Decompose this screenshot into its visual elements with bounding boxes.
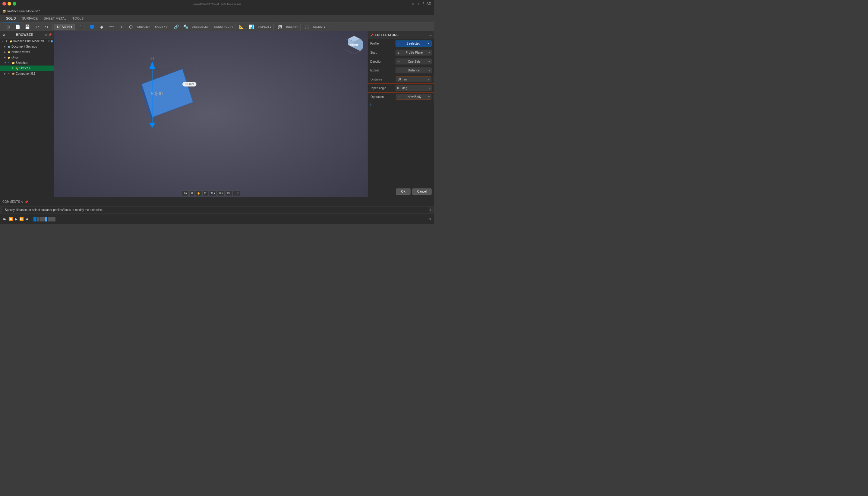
file-button[interactable]: 📄 [13,24,22,30]
create-revolve-icon[interactable]: 🔵 [88,24,97,30]
tab-surface[interactable]: SURFACE [19,15,41,22]
undo-button[interactable]: ↩ [33,24,42,30]
tree-item-doc-settings[interactable]: ▶ ⚙️ Document Settings [0,44,54,49]
create-more-icon[interactable]: ⬡ [126,24,135,30]
create-fx-icon[interactable]: fx [117,24,126,30]
tree-toggle-root[interactable]: ▼ [1,40,4,43]
cancel-button[interactable]: Cancel [412,189,431,195]
tree-item-origin[interactable]: ▶ 📁 Origin [0,55,54,60]
distance-value[interactable]: 50 mm ▾ [396,77,431,82]
profile-selected-badge: 1 selected [407,42,420,46]
copy-tool-button[interactable]: ⧉ [189,190,195,196]
viewport[interactable]: FRONT 50 mm 50|00 ⊕▾ ⧉ ✋ [54,31,368,197]
close-window-icon[interactable]: ✕ [412,2,414,6]
zoom-button[interactable]: 🔍▾ [209,190,217,196]
timeline-marker-7 [53,217,56,221]
minimize-button[interactable] [7,2,11,6]
tree-item-named-views[interactable]: ▶ 📁 Named Views [0,49,54,55]
design-dropdown-button[interactable]: DESIGN ▾ [55,24,75,30]
snap-tool-button[interactable]: ⊕▾ [182,190,189,196]
settings-status-icon[interactable]: ⚙ [430,209,432,211]
tree-item-sketches[interactable]: ▼ 👁 📁 Sketches [0,60,54,66]
tree-item-root[interactable]: ▼ ▼ 📁 In-Place Print Model v1 👁 ⬤ [0,38,54,44]
svg-marker-10 [149,123,155,128]
browser-pin-icon[interactable]: 📌 [48,33,51,36]
save-button[interactable]: 💾 [23,24,32,30]
tab-solid[interactable]: SOLID [3,15,19,22]
modify-dropdown[interactable]: MODIFY ▾ [154,25,169,30]
eye-icon-sketch7[interactable]: 👁 [11,66,14,70]
user-icon: AE [427,2,431,6]
dimension-50mm-label: 50 mm [182,82,197,87]
operation-value[interactable]: ⬛ New Body ▾ [396,94,431,100]
grid-button[interactable]: ⊞▾ [225,190,232,196]
panel-pin-icon[interactable]: 📌 [370,33,374,37]
zoom-fit-button[interactable]: ⊡ [203,190,208,196]
timeline-marker-3 [42,217,45,221]
browser-settings-icon[interactable]: ⚙ [45,33,47,36]
panel-expand-icon[interactable]: ⇥ [429,33,432,37]
view-cube[interactable]: FRONT [344,34,365,56]
create-sweep-icon[interactable]: 〰 [107,24,116,30]
play-button[interactable]: ▶ [15,217,17,221]
add-window-icon[interactable]: ＋ [417,1,420,6]
insert-icon1[interactable]: 🖼 [276,24,285,30]
extent-value[interactable]: ↕ Distance ▾ [396,67,432,73]
construct-dropdown[interactable]: CONSTRUCT ▾ [213,25,234,30]
insert-dropdown[interactable]: INSERT ▾ [285,25,299,30]
pan-tool-button[interactable]: ✋ [195,190,202,196]
distance-label: Distance [370,77,395,81]
direction-value[interactable]: ⊣ One Side ▾ [396,59,432,64]
playback-settings-icon[interactable]: ⚙ [428,217,431,221]
tree-item-component[interactable]: ▶ 👁 📦 Component5:1 [0,71,54,77]
eye-icon-comp[interactable]: 👁 [7,72,11,76]
inspect-icon2[interactable]: 📊 [247,24,256,30]
create-dropdown[interactable]: CREATE ▾ [136,25,151,30]
window-title: Autodesk Fusion 360 (Personal – Not for … [194,3,241,5]
tree-toggle-doc[interactable]: ▶ [4,45,6,48]
model-tab-label[interactable]: In-Place Print Model v1* [7,10,40,13]
redo-button[interactable]: ↪ [42,24,51,30]
profile-value[interactable]: ↖ 1 selected ✕ [396,41,432,47]
ok-button[interactable]: OK [396,189,410,195]
eye-icon-sketches[interactable]: 👁 [7,61,11,65]
dimension-label-container: 50 mm [182,82,197,86]
tab-sheet-metal[interactable]: SHEET METAL [41,15,69,22]
comments-label: COMMENTS [2,200,20,204]
start-value[interactable]: ⊥ Profile Plane ▾ [396,50,432,56]
assemble-dropdown[interactable]: ASSEMBLE ▾ [191,25,210,30]
tree-item-sketch7[interactable]: 👁 ✏️ Sketch7 [0,66,54,71]
create-loft-icon[interactable]: ◆ [97,24,106,30]
inspect-icon1[interactable]: 📐 [237,24,246,30]
create-extrude-icon[interactable]: ⬛ [78,24,87,30]
skip-start-button[interactable]: ⏮ [3,217,6,221]
taper-value[interactable]: 0.0 deg ▾ [396,85,432,91]
assemble-icon2[interactable]: 🔩 [182,24,191,30]
maximize-button[interactable] [13,2,16,6]
inspect-dropdown[interactable]: INSPECT ▾ [257,25,273,30]
help-icon[interactable]: ? [422,2,424,6]
profile-clear-button[interactable]: ✕ [427,42,430,46]
edit-panel-header: 📌 EDIT FEATURE ⇥ [368,31,434,39]
comments-settings-icon[interactable]: ⚙ [21,200,24,203]
skip-end-button[interactable]: ⏭ [26,217,29,221]
select-icon1[interactable]: ⬚ [302,24,311,30]
tab-tools[interactable]: TOOLS [69,15,87,22]
display-button[interactable]: 🖥▾ [217,190,225,196]
app-grid-button[interactable]: ⊞ [4,24,13,30]
step-back-button[interactable]: ⏪ [9,217,13,221]
eye-icon-root[interactable]: 👁 [48,40,50,43]
assemble-icon1[interactable]: 🔗 [172,24,181,30]
select-dropdown[interactable]: SELECT ▾ [312,25,326,30]
more-button[interactable]: ⋯▾ [233,190,240,196]
tree-toggle-origin[interactable]: ▶ [4,56,6,59]
tree-toggle-sketches[interactable]: ▼ [4,61,6,64]
browser-collapse-icon[interactable]: ◀ [2,33,4,36]
step-forward-button[interactable]: ⏩ [19,217,24,221]
comments-pin-icon[interactable]: 📌 [25,200,28,203]
status-bar: Specify distance, or select coplanar pro… [0,206,434,214]
tree-toggle-views[interactable]: ▶ [4,51,6,53]
profile-cursor-icon: ↖ [397,42,399,45]
tree-toggle-comp[interactable]: ▶ [4,72,6,75]
close-button[interactable] [2,2,6,6]
